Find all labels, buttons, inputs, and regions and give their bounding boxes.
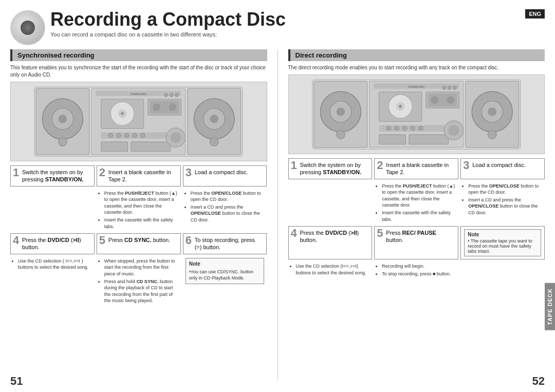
svg-point-50 — [448, 86, 451, 89]
left-step-6: 6 To stop recording, press (=) button. — [183, 233, 267, 254]
svg-rect-31 — [101, 142, 128, 152]
svg-point-30 — [141, 133, 145, 137]
left-note-header: Note — [189, 260, 261, 268]
right-step-5-content: Press REC/ PAUSE button. — [386, 229, 455, 244]
right-step-4-number: 4 — [291, 228, 297, 239]
svg-point-5 — [59, 138, 67, 146]
right-step-1-bold: STANDBY/ON. — [323, 169, 361, 175]
svg-point-55 — [399, 105, 402, 108]
left-step-3-content: Load a compact disc. — [195, 169, 264, 176]
svg-rect-67 — [409, 135, 449, 144]
right-step-4-content: Press the DVD/CD (>II) button. — [300, 229, 369, 244]
right-step-3-number: 3 — [463, 160, 469, 171]
left-device-svg: SAMSUNG — [17, 84, 260, 159]
left-step-4-content: Press the DVD/CD (>II) button. — [22, 236, 91, 251]
column-divider — [278, 49, 278, 381]
left-step-1-bold: STANDBY/ON. — [45, 176, 84, 182]
right-step-5-number: 5 — [377, 228, 383, 239]
left-section-header: Synchronised recording — [10, 49, 267, 61]
right-section-header: Direct recording — [288, 49, 545, 61]
svg-point-59 — [447, 96, 454, 104]
svg-point-49 — [442, 86, 446, 89]
svg-point-64 — [411, 126, 415, 130]
right-section-desc: The direct recording mode enables you to… — [288, 64, 545, 71]
right-steps-top: 1 Switch the system on by pressing STAND… — [288, 158, 545, 179]
left-note-4: Use the CD selection ( I<<,>>I ) buttons… — [10, 256, 95, 307]
left-notes-top: Press the PUSH/EJECT button (▲) to open … — [10, 189, 267, 233]
left-column: Synchronised recording This feature enab… — [10, 49, 267, 381]
right-note-header: Note — [468, 232, 538, 237]
left-step-2-content: Insert a blank cassette in Tape 2. — [108, 169, 177, 183]
svg-point-24 — [169, 103, 177, 111]
svg-point-62 — [395, 126, 399, 130]
svg-rect-32 — [131, 142, 171, 152]
page-title: Recording a Compact Disc — [50, 9, 545, 30]
right-bottom-note-5: Recording will begin. To stop recording,… — [374, 262, 458, 279]
right-step-1: 1 Switch the system on by pressing STAND… — [288, 158, 373, 179]
right-step-2-number: 2 — [377, 160, 383, 171]
right-device-image: SAMSUNG — [288, 74, 545, 154]
right-steps-bottom: 4 Press the DVD/CD (>II) button. 5 Press… — [288, 226, 545, 259]
svg-point-10 — [210, 138, 219, 146]
columns: Synchronised recording This feature enab… — [10, 49, 545, 381]
page-numbers: 51 52 — [10, 375, 545, 388]
left-step-5-number: 5 — [99, 235, 105, 246]
svg-point-63 — [402, 126, 406, 130]
svg-rect-66 — [379, 135, 406, 144]
svg-point-4 — [59, 115, 67, 123]
page-number-right: 52 — [532, 375, 545, 388]
svg-point-26 — [109, 133, 113, 137]
right-step-2-content: Insert a blank cassette in Tape 2. — [386, 161, 455, 176]
left-step-6-content: To stop recording, press (=) button. — [195, 236, 264, 251]
svg-point-51 — [453, 86, 456, 89]
left-note-callout: Note •You can use CD/SYNC. button only i… — [186, 258, 265, 284]
right-bottom-note-4: Use the CD selection (I<<,>>I) buttons t… — [288, 262, 373, 279]
logo-inner — [21, 21, 35, 35]
left-step-4-number: 4 — [13, 235, 19, 246]
svg-text:SAMSUNG: SAMSUNG — [409, 85, 425, 88]
right-note-1 — [288, 181, 373, 226]
svg-point-40 — [337, 130, 345, 139]
tape-deck-tab: TAPE DECK — [545, 283, 555, 330]
right-step-4: 4 Press the DVD/CD (>II) button. — [288, 226, 373, 259]
svg-text:SAMSUNG: SAMSUNG — [131, 92, 147, 96]
right-step-3: 3 Load a compact disc. — [460, 158, 545, 179]
right-notes-top: Press the PUSH/EJECT button (▲) to open … — [288, 181, 545, 226]
left-note-1 — [10, 189, 95, 233]
right-step-3-content: Load a compact disc. — [472, 161, 541, 169]
left-step-2-number: 2 — [99, 167, 105, 178]
svg-point-29 — [133, 133, 137, 137]
svg-point-27 — [117, 133, 121, 137]
page-container: Recording a Compact Disc You can record … — [0, 0, 555, 392]
left-step-3-number: 3 — [186, 167, 192, 178]
right-note-2: Press the PUSH/EJECT button (▲) to open … — [374, 181, 458, 226]
left-note-5: When stopped, press the button to start … — [97, 256, 181, 307]
left-note-6: Note •You can use CD/SYNC. button only i… — [183, 256, 267, 307]
right-note-3: Press the OPEN/CLOSE button to open the … — [460, 181, 545, 226]
left-device-image: SAMSUNG — [10, 82, 267, 161]
svg-point-28 — [125, 133, 129, 137]
right-step-1-number: 1 — [291, 160, 297, 171]
left-step-5-content: Press CD SYNC. button. — [108, 236, 177, 244]
left-note-3: Press the OPEN/CLOSE button to open the … — [183, 189, 267, 233]
svg-point-20 — [121, 112, 124, 115]
left-step-1-content: Switch the system on by pressing STANDBY… — [22, 169, 91, 183]
left-steps-bottom: 4 Press the DVD/CD (>II) button. 5 Press… — [10, 233, 267, 254]
right-device-svg: SAMSUNG — [295, 77, 538, 152]
svg-point-34 — [171, 132, 181, 143]
svg-point-39 — [337, 107, 345, 116]
left-step-5: 5 Press CD SYNC. button. — [97, 233, 181, 254]
right-step-2: 2 Insert a blank cassette in Tape 2. — [374, 158, 458, 179]
right-notes-bottom: Use the CD selection (I<<,>>I) buttons t… — [288, 262, 545, 279]
left-notes-bottom: Use the CD selection ( I<<,>>I ) buttons… — [10, 256, 267, 307]
svg-point-65 — [418, 126, 422, 130]
svg-point-44 — [488, 107, 496, 116]
right-note-text: • The cassette tape you want to record o… — [468, 238, 538, 254]
left-step-1: 1 Switch the system on by pressing STAND… — [10, 165, 95, 186]
right-step-5: 5 Press REC/ PAUSE button. — [374, 226, 458, 259]
right-note-callout: Note • The cassette tape you want to rec… — [464, 229, 541, 256]
svg-point-16 — [175, 93, 178, 96]
title-block: Recording a Compact Disc You can record … — [50, 9, 545, 38]
left-step-3: 3 Load a compact disc. — [183, 165, 267, 186]
page-subtitle: You can record a compact disc on a casse… — [50, 31, 545, 38]
